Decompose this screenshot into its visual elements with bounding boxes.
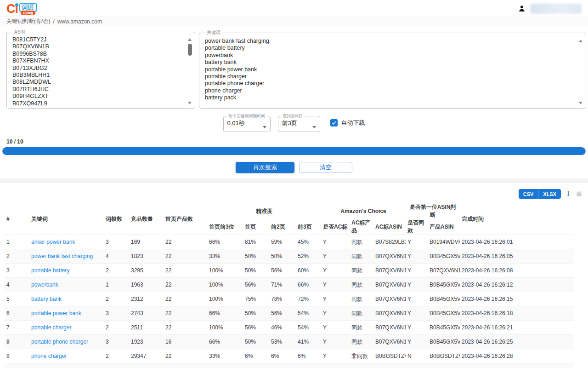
cell-first-page: 50% xyxy=(243,306,269,321)
cell-is-ac: Y xyxy=(321,264,350,278)
cell-is-ac: Y xyxy=(321,249,350,264)
cell-top3-first-page: 66% xyxy=(207,335,243,349)
app-logo[interactable]: Ci 词匠 cijiang xyxy=(6,2,37,16)
cell-product-asin: B0B45GX5V7 xyxy=(428,292,460,306)
cell-first3-pages: 6% xyxy=(296,349,321,363)
progress-bar xyxy=(2,147,586,155)
cell-roots: 2 xyxy=(104,363,129,368)
asin-line: B08LZMDDWL xyxy=(12,79,186,86)
cell-competitors: 29347 xyxy=(129,349,164,363)
export-csv-button[interactable]: CSV xyxy=(519,189,539,199)
search-again-button[interactable]: 再次搜索 xyxy=(236,162,294,173)
cell-is-same: Y xyxy=(406,264,428,278)
triangle-down-icon[interactable] xyxy=(579,102,582,104)
cell-first-page-products: 22 xyxy=(164,349,207,363)
auto-download-checkbox[interactable] xyxy=(330,119,338,126)
asin-input-box[interactable]: ASIN B081C5TY2JB07QXV6N1BB0996BS78BB07XF… xyxy=(6,29,195,109)
scrollbar-thumb[interactable] xyxy=(188,44,192,56)
check-icon xyxy=(331,120,337,126)
cell-competitors: 2739 xyxy=(129,363,164,368)
logo-name-en: cijiang xyxy=(21,11,35,15)
cell-keyword[interactable]: portable power bank xyxy=(29,306,104,321)
cell-first-page-products: 22 xyxy=(164,363,207,368)
cell-keyword[interactable]: portable phone charger xyxy=(29,335,104,349)
cell-ac-asin: B07QXV6N1B xyxy=(373,264,406,278)
cell-first2-pages: 6% xyxy=(269,349,296,363)
triangle-down-icon[interactable] xyxy=(188,102,192,104)
cell-top3-first-page: 33% xyxy=(207,349,243,363)
cell-keyword[interactable]: battery bank xyxy=(29,292,104,306)
cell-roots: 2 xyxy=(104,349,129,363)
cell-product-asin: B07QXV6N1B xyxy=(428,264,460,278)
cell-keyword[interactable]: portable battery xyxy=(29,264,104,278)
breadcrumb: 关键词判断(肯/否) / www.amazon.com xyxy=(0,17,588,26)
cell-first3-pages: 60% xyxy=(296,264,321,278)
cell-is-same: Y xyxy=(406,363,428,368)
cell-top3-first-page: 66% xyxy=(207,306,243,321)
cell-ac-product: 同款 xyxy=(350,335,373,349)
asin-line: B07RTH6JHC xyxy=(12,86,186,93)
cell-index: 2 xyxy=(5,249,29,264)
export-button-group: CSV XLSX xyxy=(519,189,561,199)
cell-ac-asin: B07QXV6N1B xyxy=(373,335,406,349)
text-cursor-icon[interactable]: I xyxy=(567,190,570,197)
cell-ac-asin: B07QXV6N1B xyxy=(373,278,406,292)
breadcrumb-separator: / xyxy=(53,18,54,25)
keyword-line: battery pack xyxy=(205,94,577,101)
keywords-list[interactable]: power bank fast chargingportable battery… xyxy=(205,38,577,108)
cell-finish-time: 2023-04-26 16:26:12 xyxy=(460,278,574,292)
pages-select[interactable]: 查找前N页 前3页 xyxy=(278,113,320,132)
pages-select-label: 查找前N页 xyxy=(282,113,304,119)
keyword-line: portable battery xyxy=(205,45,577,52)
cell-finish-time: 2023-04-26 16:26:18 xyxy=(460,306,574,321)
cell-is-ac: Y xyxy=(321,235,350,249)
group-first-asin-judgement: 是否第一位ASIN判断 xyxy=(406,203,460,219)
col-index: # xyxy=(5,203,29,235)
cell-index: 10 xyxy=(5,363,29,368)
cell-roots: 2 xyxy=(104,264,129,278)
cell-keyword[interactable]: battery pack xyxy=(29,363,104,368)
cell-is-same: Y xyxy=(406,249,428,264)
gear-icon[interactable] xyxy=(576,190,582,197)
cell-first-page-products: 22 xyxy=(164,292,207,306)
asin-list[interactable]: B081C5TY2JB07QXV6N1BB0996BS78BB07XFBN7HX… xyxy=(12,36,186,106)
table-header: # 关键词 词根数 竞品数量 首页产品数 精准度 Amazon's Choice… xyxy=(5,203,574,235)
col-first-page: 首页 xyxy=(243,219,269,235)
cell-first-page-products: 16 xyxy=(164,335,207,349)
cell-first2-pages: 46% xyxy=(269,321,296,335)
cell-keyword[interactable]: portable charger xyxy=(29,321,104,335)
cell-index: 5 xyxy=(5,292,29,306)
cell-keyword[interactable]: powerbank xyxy=(29,278,104,292)
cell-first-page-products: 22 xyxy=(164,235,207,249)
cell-product-asin: B0B45GX5V7 xyxy=(428,306,460,321)
cell-ac-product: 同款 xyxy=(350,249,373,264)
cell-first3-pages: 72% xyxy=(296,292,321,306)
user-area xyxy=(518,4,582,14)
keywords-label: 关键词 xyxy=(205,29,222,36)
cell-keyword[interactable]: anker power bank xyxy=(29,235,104,249)
cell-ac-asin: B07QXV6N1B xyxy=(373,249,406,264)
cell-finish-time: 2023-04-26 16:26:01 xyxy=(460,235,574,249)
person-icon[interactable] xyxy=(518,5,526,12)
cell-ac-product: 同款 xyxy=(350,278,373,292)
asin-line: B0996BS78B xyxy=(12,51,186,58)
asin-label: ASIN xyxy=(12,29,27,34)
table-row: 2power bank fast charging418232233%50%50… xyxy=(5,249,574,264)
keywords-input-box[interactable]: 关键词 power bank fast chargingportable bat… xyxy=(199,29,586,109)
cell-index: 1 xyxy=(5,235,29,249)
triangle-up-icon[interactable] xyxy=(579,40,582,42)
cell-finish-time: 2023-04-26 16:26:15 xyxy=(460,292,574,306)
clear-button[interactable]: 清空 xyxy=(299,162,352,173)
asin-scrollbar xyxy=(187,38,192,104)
caret-down-icon xyxy=(263,126,266,128)
export-xlsx-button[interactable]: XLSX xyxy=(538,189,561,199)
cell-first2-pages: 56% xyxy=(269,306,296,321)
cell-keyword[interactable]: phone charger xyxy=(29,349,104,363)
triangle-up-icon[interactable] xyxy=(188,38,192,41)
interval-select[interactable]: 每个关键词间隔时间 0.01秒 xyxy=(223,113,271,132)
cell-top3-first-page: 66% xyxy=(207,235,243,249)
asin-line: B07XFBN7HX xyxy=(12,58,186,64)
cell-keyword[interactable]: power bank fast charging xyxy=(29,249,104,264)
breadcrumb-page: 关键词判断(肯/否) xyxy=(6,17,50,25)
cell-competitors: 2511 xyxy=(129,321,164,335)
